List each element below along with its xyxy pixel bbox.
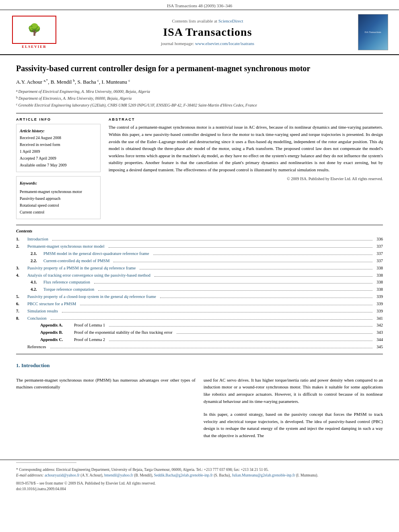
intro-left-col: The permanent-magnet synchronous motor (… bbox=[16, 377, 195, 440]
toc-entry-8: 8. Conclusion 341 bbox=[16, 315, 383, 322]
main-content: Passivity-based current controller desig… bbox=[0, 55, 399, 448]
intro-left-text: The permanent-magnet synchronous motor (… bbox=[16, 377, 195, 391]
homepage-url[interactable]: www.elsevier.com/locate/isatrans bbox=[195, 41, 254, 46]
toc-entry-2-2: 2.2. Current-controlled dq model of PMSM… bbox=[16, 257, 383, 265]
article-info-block: Article history: Received 24 August 2008… bbox=[16, 124, 101, 172]
keyword-4: Current control bbox=[20, 209, 97, 216]
toc-entry-4-1: 4.1. Flux reference computation 338 bbox=[16, 279, 383, 286]
journal-homepage: journal homepage: www.elsevier.com/locat… bbox=[60, 41, 355, 46]
journal-header: 🌳 ELSEVIER Contents lists available at S… bbox=[0, 10, 399, 55]
introduction-title: 1. Introduction bbox=[16, 362, 383, 369]
toc-entry-references: References 345 bbox=[16, 343, 383, 351]
issn-line: 0019-0578/$ – see front matter © 2009 IS… bbox=[16, 481, 383, 486]
toc-entry-4-2: 4.2. Torque reference computation 338 bbox=[16, 286, 383, 293]
footnote-block: * Corresponding address: Electrical Engi… bbox=[16, 465, 383, 492]
journal-ref: ISA Transactions 48 (2009) 336–346 bbox=[167, 3, 232, 8]
doi-line: doi:10.1016/j.isatra.2009.04.004 bbox=[16, 486, 383, 492]
contents-title: Contents bbox=[16, 228, 383, 233]
elsevier-text: ELSEVIER bbox=[22, 45, 47, 49]
toc-entry-1: 1. Introduction 336 bbox=[16, 236, 383, 243]
keywords-title: Keywords: bbox=[20, 180, 97, 187]
keyword-3: Rotational speed control bbox=[20, 202, 97, 209]
left-col: ARTICLE INFO Article history: Received 2… bbox=[16, 117, 101, 219]
toc-entry-2: 2. Permanent-magnet synchronous motor mo… bbox=[16, 243, 383, 250]
toc-entry-appendix-c: Appendix C. Proof of Lemma 2 344 bbox=[16, 336, 383, 343]
toc-entry-6: 6. PBCC structure for a PMSM 339 bbox=[16, 300, 383, 308]
article-info-heading: ARTICLE INFO bbox=[16, 117, 101, 121]
affil-b: b Department of Electronics, A. Mira Uni… bbox=[16, 95, 383, 101]
divider-1 bbox=[16, 113, 383, 113]
article-title: Passivity-based current controller desig… bbox=[16, 63, 383, 74]
article-info-abstract: ARTICLE INFO Article history: Received 2… bbox=[16, 117, 383, 219]
science-direct-link: Contents lists available at ScienceDirec… bbox=[60, 18, 355, 23]
toc-entry-7: 7. Simulation results 339 bbox=[16, 308, 383, 315]
cover-image: ISA Transactions bbox=[355, 14, 391, 50]
page-wrapper: ISA Transactions 48 (2009) 336–346 🌳 ELS… bbox=[0, 0, 399, 495]
intro-right-col: used for AC servo drives. It has higher … bbox=[204, 377, 383, 440]
page-footer: * Corresponding address: Electrical Engi… bbox=[0, 460, 399, 495]
toc-entry-5: 5. Passivity property of a closed-loop s… bbox=[16, 293, 383, 300]
keywords-block: Keywords: Permanent-magnet synchronous m… bbox=[16, 176, 101, 219]
corresponding-note: * Corresponding address: Electrical Engi… bbox=[16, 467, 383, 472]
authors-line: A.Y. Achour a,*, B. Mendil b, S. Bacha c… bbox=[16, 78, 383, 85]
top-bar: ISA Transactions 48 (2009) 336–346 bbox=[0, 0, 399, 10]
logo-box: 🌳 bbox=[12, 16, 56, 44]
toc-entry-4: 4. Analysis of tracking error convergenc… bbox=[16, 272, 383, 279]
email-mendil[interactable]: bmendil@yahoo.fr bbox=[104, 473, 133, 477]
toc-entry-3: 3. Passivity property of a PMSM in the g… bbox=[16, 265, 383, 272]
received-date: Received 24 August 2008 bbox=[20, 134, 97, 141]
journal-title: ISA Transactions bbox=[60, 26, 355, 39]
toc-entry-appendix-a: Appendix A. Proof of Lemma 1 342 bbox=[16, 322, 383, 329]
revised-date: 1 April 2009 bbox=[20, 148, 97, 155]
logo-tree-icon: 🌳 bbox=[27, 24, 41, 35]
toc-entry-appendix-b: Appendix B. Proof of the exponential sta… bbox=[16, 329, 383, 336]
email-achour[interactable]: achouryazid@yahoo.fr bbox=[45, 473, 80, 477]
article-history-title: Article history: bbox=[20, 127, 97, 134]
abstract-text: The control of a permanent-magnet synchr… bbox=[109, 124, 383, 173]
keyword-2: Passivity-based approach bbox=[20, 195, 97, 202]
affil-a: a Department of Electrical Engineering, … bbox=[16, 88, 383, 94]
journal-center: Contents lists available at ScienceDirec… bbox=[60, 18, 355, 46]
cover-img-box: ISA Transactions bbox=[358, 14, 388, 50]
elsevier-logo: 🌳 ELSEVIER bbox=[8, 16, 60, 49]
toc-entry-2-1: 2.1. PMSM model in the general direct-qu… bbox=[16, 250, 383, 257]
available-date: Available online 7 May 2009 bbox=[20, 162, 97, 168]
abstract-heading: ABSTRACT bbox=[109, 117, 383, 121]
introduction-section: 1. Introduction The permanent-magnet syn… bbox=[16, 362, 383, 440]
keyword-1: Permanent-magnet synchronous motor bbox=[20, 188, 97, 195]
intro-right-text-2: In this paper, a control strategy, based… bbox=[204, 411, 383, 439]
email-note: E-mail addresses: achouryazid@yahoo.fr (… bbox=[16, 472, 383, 478]
email-bacha[interactable]: Seddik.Bacha@g2elab.grenoble-inp.fr bbox=[154, 473, 213, 477]
science-direct-anchor[interactable]: ScienceDirect bbox=[218, 18, 243, 23]
email-munteanu[interactable]: Julian.Munteanu@g2elab.grenoble-inp.fr bbox=[232, 473, 295, 477]
affiliations: a Department of Electrical Engineering, … bbox=[16, 88, 383, 108]
received-revised-label: Received in revised form bbox=[20, 141, 97, 148]
copyright-line: © 2009 ISA. Published by Elsevier Ltd. A… bbox=[109, 177, 383, 181]
introduction-body: The permanent-magnet synchronous motor (… bbox=[16, 377, 383, 440]
affil-c: c Grenoble Electrical Engineering labora… bbox=[16, 102, 383, 108]
contents-section: Contents 1. Introduction 336 2. Permanen… bbox=[16, 225, 383, 354]
accepted-date: Accepted 7 April 2009 bbox=[20, 155, 97, 162]
intro-right-text: used for AC servo drives. It has higher … bbox=[204, 377, 383, 405]
right-col: ABSTRACT The control of a permanent-magn… bbox=[109, 117, 383, 219]
